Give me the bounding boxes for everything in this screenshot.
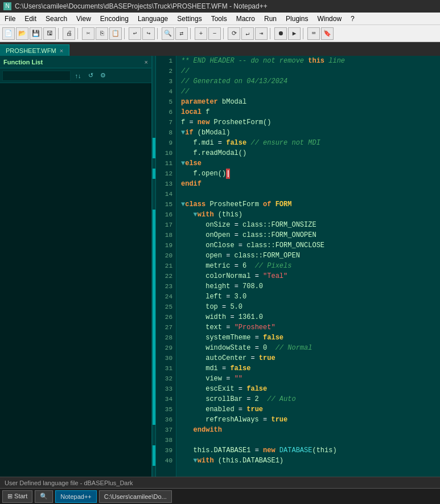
- code-line[interactable]: height = 708.0: [181, 281, 440, 292]
- code-line[interactable]: refreshAlways = true: [181, 415, 440, 425]
- line-number: 40: [159, 456, 172, 466]
- code-line[interactable]: view = "": [181, 374, 440, 384]
- tb-cut[interactable]: ✂: [82, 27, 94, 40]
- tb-sync[interactable]: ⟳: [228, 27, 240, 40]
- code-line[interactable]: metric = 6 // Pixels: [181, 261, 440, 271]
- fl-sort-btn[interactable]: ↑↓: [73, 71, 83, 81]
- code-line[interactable]: f.mdi = false // ensure not MDI: [181, 138, 440, 148]
- menu-item-edit[interactable]: Edit: [20, 13, 41, 24]
- plain-token: windowState: [181, 343, 255, 353]
- code-line[interactable]: //: [181, 87, 440, 97]
- line-number: 11: [159, 158, 172, 169]
- menu-item-search[interactable]: Search: [41, 13, 72, 24]
- code-line[interactable]: parameter bModal: [181, 97, 440, 107]
- code-line[interactable]: ▼class ProsheetForm of FORM: [181, 199, 440, 210]
- code-line[interactable]: scrollBar = 2 // Auto: [181, 394, 440, 404]
- code-line[interactable]: systemTheme = false: [181, 333, 440, 343]
- code-line[interactable]: f = new ProsheetForm(): [181, 117, 440, 128]
- code-line[interactable]: enabled = true: [181, 404, 440, 415]
- tb-indent[interactable]: ⇥: [255, 27, 268, 40]
- code-line[interactable]: ▼with (this.DATABASE1): [181, 456, 440, 466]
- code-line[interactable]: mdi = false: [181, 363, 440, 374]
- code-line[interactable]: this.DATABASE1 = new DATABASE(this): [181, 445, 440, 456]
- tb-saveall[interactable]: 🖫: [43, 27, 56, 40]
- code-line[interactable]: text = "Prosheet": [181, 322, 440, 333]
- fl-settings-btn[interactable]: ⚙: [98, 71, 108, 81]
- function-list-close[interactable]: ×: [145, 59, 148, 65]
- tb-open[interactable]: 📂: [16, 27, 28, 40]
- menu-item-?[interactable]: ?: [346, 13, 359, 24]
- tb-zoom-in[interactable]: +: [195, 27, 207, 40]
- code-line[interactable]: f.readModal(): [181, 148, 440, 158]
- tb-wrap[interactable]: ↵: [241, 27, 254, 40]
- tb-save[interactable]: 💾: [30, 27, 42, 40]
- code-line[interactable]: ▼if (bModal): [181, 128, 440, 138]
- code-line[interactable]: // Generated on 04/13/2024: [181, 76, 440, 87]
- tb-redo[interactable]: ↪: [142, 27, 155, 40]
- taskbar-explorer[interactable]: C:\Users\camilee\Do...: [99, 490, 172, 503]
- tb-macro-play[interactable]: ▶: [288, 27, 301, 40]
- menu-item-file[interactable]: File: [0, 13, 20, 24]
- fl-refresh-btn[interactable]: ↺: [85, 71, 96, 81]
- operator-token: =: [226, 374, 230, 384]
- menu-item-language[interactable]: Language: [133, 13, 172, 24]
- line-number: 39: [159, 445, 172, 456]
- code-line[interactable]: endwith: [181, 425, 440, 435]
- function-list-search[interactable]: [2, 71, 71, 81]
- menu-item-view[interactable]: View: [72, 13, 96, 24]
- taskbar-notepad[interactable]: Notepad++: [55, 490, 96, 503]
- tb-copy[interactable]: ⎘: [96, 27, 108, 40]
- code-line[interactable]: endif: [181, 179, 440, 189]
- menu-item-settings[interactable]: Settings: [172, 13, 206, 24]
- tb-extra2[interactable]: 🔖: [321, 27, 334, 40]
- gutter-line: [153, 240, 155, 251]
- function-list-header: Function List ×: [0, 56, 151, 68]
- taskbar-start[interactable]: ⊞ Start: [2, 490, 32, 503]
- code-line[interactable]: onOpen = class::FORM_ONOPEN: [181, 230, 440, 240]
- main-area: Function List × ↑↓ ↺ ⚙ 12345678910111213…: [0, 56, 440, 477]
- code-line[interactable]: onSize = class::FORM_ONSIZE: [181, 220, 440, 230]
- menu-item-window[interactable]: Window: [312, 13, 346, 24]
- code-line[interactable]: local f: [181, 107, 440, 117]
- editor-area[interactable]: 1234567891011121314151617181920212223242…: [153, 56, 440, 477]
- menu-item-plugins[interactable]: Plugins: [281, 13, 312, 24]
- code-line[interactable]: autoCenter = true: [181, 353, 440, 363]
- plain-token: mdi: [181, 363, 222, 374]
- tab-close-icon[interactable]: ×: [60, 47, 63, 54]
- code-line[interactable]: colorNormal = "Teal": [181, 271, 440, 281]
- tb-replace[interactable]: ⇄: [175, 27, 188, 40]
- code-line[interactable]: windowState = 0 // Normal: [181, 343, 440, 353]
- code-line[interactable]: ▼with (this): [181, 210, 440, 220]
- code-line[interactable]: onClose = class::FORM_ONCLOSE: [181, 240, 440, 251]
- menu-item-run[interactable]: Run: [260, 13, 281, 24]
- tb-zoom-out[interactable]: −: [208, 27, 221, 40]
- line-number: 29: [159, 343, 172, 353]
- menu-item-tools[interactable]: Tools: [207, 13, 232, 24]
- code-line[interactable]: top = 5.0: [181, 302, 440, 312]
- fold-token: ▼: [181, 128, 185, 138]
- plain-token: [230, 374, 234, 384]
- tab-prosheet[interactable]: PROSHEET.WFM ×: [0, 44, 69, 56]
- tb-print[interactable]: 🖨: [63, 27, 75, 40]
- code-line[interactable]: open = class::FORM_OPEN: [181, 251, 440, 261]
- code-line[interactable]: //: [181, 66, 440, 76]
- tb-extra1[interactable]: ⌨: [307, 27, 320, 40]
- tb-find[interactable]: 🔍: [162, 27, 174, 40]
- code-line[interactable]: ** END HEADER -- do not remove this line: [181, 56, 440, 66]
- code-lines[interactable]: ** END HEADER -- do not remove this line…: [176, 56, 440, 477]
- code-line[interactable]: [181, 435, 440, 445]
- code-line[interactable]: ▼else: [181, 158, 440, 169]
- code-line[interactable]: width = 1361.0: [181, 312, 440, 322]
- tb-new[interactable]: 📄: [2, 27, 15, 40]
- code-line[interactable]: f.open()|: [181, 169, 440, 179]
- code-line[interactable]: escExit = false: [181, 384, 440, 394]
- tb-macro[interactable]: ⏺: [274, 27, 287, 40]
- menu-item-encoding[interactable]: Encoding: [96, 13, 133, 24]
- code-line[interactable]: left = 3.0: [181, 292, 440, 302]
- taskbar-search[interactable]: 🔍: [35, 490, 53, 503]
- tb-paste[interactable]: 📋: [109, 27, 122, 40]
- menu-item-macro[interactable]: Macro: [232, 13, 260, 24]
- plain-token: [259, 271, 263, 281]
- tb-undo[interactable]: ↩: [129, 27, 141, 40]
- code-line[interactable]: [181, 189, 440, 199]
